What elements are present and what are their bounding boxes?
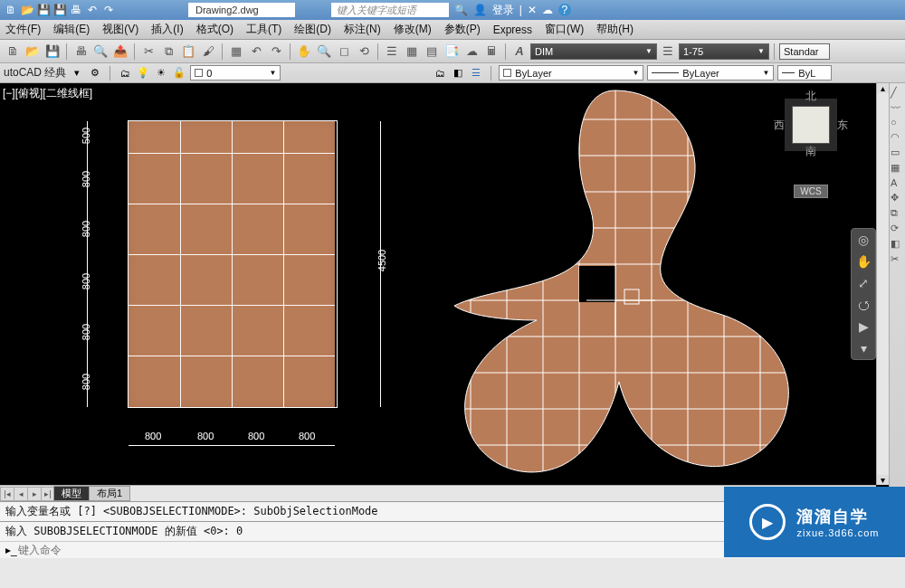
linetype-combo[interactable]: ByLayer ▼ bbox=[647, 65, 774, 81]
designcenter-icon[interactable]: ▦ bbox=[403, 43, 421, 61]
orbit-icon[interactable]: ⭯ bbox=[857, 298, 870, 312]
compass-w[interactable]: 西 bbox=[774, 118, 785, 133]
tab-layout1[interactable]: 布局1 bbox=[89, 486, 130, 501]
undo-icon[interactable]: ↶ bbox=[85, 3, 100, 17]
menu-express[interactable]: Express bbox=[493, 24, 532, 36]
undo-icon[interactable]: ↶ bbox=[247, 43, 265, 61]
print-icon[interactable]: 🖶 bbox=[69, 3, 83, 17]
dropdown-icon[interactable]: ▾ bbox=[70, 66, 84, 81]
menu-edit[interactable]: 编辑(E) bbox=[53, 22, 90, 37]
tab-prev-icon[interactable]: ◂ bbox=[14, 487, 28, 501]
bulb-icon[interactable]: 💡 bbox=[136, 66, 150, 81]
ucs-label[interactable]: WCS bbox=[794, 185, 827, 198]
compass-s[interactable]: 南 bbox=[766, 144, 856, 159]
scroll-up-icon[interactable]: ▴ bbox=[877, 83, 889, 93]
paste-icon[interactable]: 📋 bbox=[179, 43, 197, 61]
login-link[interactable]: 登录 bbox=[492, 3, 514, 18]
block-icon[interactable]: ▦ bbox=[227, 43, 245, 61]
menu-draw[interactable]: 绘图(D) bbox=[294, 22, 331, 37]
showmotion-icon[interactable]: ▶ bbox=[859, 319, 869, 334]
save-icon[interactable]: 💾 bbox=[43, 43, 62, 61]
save-icon[interactable]: 💾 bbox=[36, 3, 51, 17]
menu-dimension[interactable]: 标注(N) bbox=[344, 22, 381, 37]
zoom-prev-icon[interactable]: ⟲ bbox=[355, 43, 373, 61]
menu-tools[interactable]: 工具(T) bbox=[246, 22, 281, 37]
text-tool-icon[interactable]: A bbox=[891, 177, 904, 188]
print-icon[interactable]: 🖶 bbox=[71, 43, 90, 61]
publish-icon[interactable]: 📤 bbox=[111, 43, 129, 61]
rect-tool-icon[interactable]: ▭ bbox=[891, 147, 904, 158]
menu-modify[interactable]: 修改(M) bbox=[394, 22, 432, 37]
scale-combo[interactable]: 1-75 ▼ bbox=[679, 43, 769, 60]
pan-icon[interactable]: ✋ bbox=[856, 254, 872, 269]
polyline-tool-icon[interactable]: 〰 bbox=[891, 102, 904, 113]
layer-states-icon[interactable]: 🗂 bbox=[433, 66, 447, 81]
tab-model[interactable]: 模型 bbox=[53, 486, 90, 501]
lock-icon[interactable]: 🔓 bbox=[172, 66, 186, 81]
layer-combo[interactable]: 0 ▼ bbox=[190, 65, 281, 81]
viewport-label[interactable]: [−][俯视][二维线框] bbox=[3, 86, 92, 101]
zoom-icon[interactable]: 🔍 bbox=[315, 43, 333, 61]
user-icon[interactable]: 👤 bbox=[473, 4, 487, 16]
calc-icon[interactable]: 🖩 bbox=[482, 43, 500, 61]
mirror-tool-icon[interactable]: ◧ bbox=[891, 238, 904, 250]
hatch-tool-icon[interactable]: ▦ bbox=[891, 162, 904, 174]
color-combo[interactable]: ByLayer ▼ bbox=[499, 65, 643, 81]
tab-first-icon[interactable]: |◂ bbox=[0, 487, 14, 501]
help-search-input[interactable]: 键入关键字或短语 bbox=[331, 3, 449, 17]
copy-tool-icon[interactable]: ⧉ bbox=[891, 207, 904, 219]
arc-tool-icon[interactable]: ◠ bbox=[891, 131, 904, 143]
trim-tool-icon[interactable]: ✂ bbox=[891, 253, 904, 265]
menu-window[interactable]: 窗口(W) bbox=[545, 22, 584, 37]
compass-e[interactable]: 东 bbox=[837, 118, 848, 133]
viewcube-face[interactable] bbox=[792, 106, 830, 144]
menu-parametric[interactable]: 参数(P) bbox=[444, 22, 481, 37]
steering-wheel-icon[interactable]: ◎ bbox=[858, 232, 869, 247]
preview-icon[interactable]: 🔍 bbox=[91, 43, 110, 61]
tab-next-icon[interactable]: ▸ bbox=[27, 487, 42, 501]
menu-view[interactable]: 视图(V) bbox=[102, 22, 138, 37]
textstyle-icon[interactable]: A bbox=[510, 43, 529, 61]
exchange-icon[interactable]: ✕ bbox=[528, 4, 537, 16]
infocenter-icon[interactable]: 🔍 bbox=[454, 4, 468, 16]
nav-dropdown-icon[interactable]: ▾ bbox=[861, 341, 867, 356]
dim-style-combo[interactable]: DIM ▼ bbox=[530, 43, 657, 60]
rotate-tool-icon[interactable]: ⟳ bbox=[891, 223, 904, 234]
zoom-extents-icon[interactable]: ⤢ bbox=[858, 276, 869, 290]
sheet-set-icon[interactable]: 📑 bbox=[443, 43, 461, 61]
zoom-window-icon[interactable]: ◻ bbox=[335, 43, 353, 61]
tool-palettes-icon[interactable]: ▤ bbox=[423, 43, 441, 61]
pan-icon[interactable]: ✋ bbox=[295, 43, 313, 61]
new-icon[interactable]: 🗎 bbox=[4, 3, 18, 17]
menu-format[interactable]: 格式(O) bbox=[196, 22, 233, 37]
menu-help[interactable]: 帮助(H) bbox=[596, 22, 634, 37]
saveas-icon[interactable]: 💾 bbox=[52, 3, 67, 17]
lineweight-combo[interactable]: ByL bbox=[777, 65, 832, 81]
compass-n[interactable]: 北 bbox=[766, 89, 856, 104]
text-style-combo[interactable]: Standar bbox=[779, 43, 830, 60]
menu-insert[interactable]: 插入(I) bbox=[151, 22, 183, 37]
move-tool-icon[interactable]: ✥ bbox=[891, 192, 904, 204]
open-icon[interactable]: 📂 bbox=[24, 43, 42, 61]
drawing-canvas[interactable]: [−][俯视][二维线框] 500 800 800 800 800 800 45… bbox=[0, 83, 889, 501]
redo-icon[interactable]: ↷ bbox=[267, 43, 285, 61]
layer-manager-icon[interactable]: ☰ bbox=[469, 66, 483, 81]
vertical-scrollbar[interactable]: ▴ ▾ bbox=[876, 83, 889, 485]
markup-icon[interactable]: ☁ bbox=[462, 43, 481, 61]
copy-icon[interactable]: ⧉ bbox=[159, 43, 177, 61]
line-tool-icon[interactable]: ╱ bbox=[891, 87, 904, 99]
match-icon[interactable]: 🖌 bbox=[199, 43, 217, 61]
scroll-down-icon[interactable]: ▾ bbox=[877, 475, 889, 485]
open-icon[interactable]: 📂 bbox=[20, 3, 34, 17]
help-icon[interactable]: ? bbox=[558, 4, 571, 16]
props-icon[interactable]: ☰ bbox=[383, 43, 401, 61]
sun-icon[interactable]: ☀ bbox=[154, 66, 168, 81]
cloud-icon[interactable]: ☁ bbox=[542, 4, 553, 16]
gear-icon[interactable]: ⚙ bbox=[88, 66, 102, 81]
layer-iso-icon[interactable]: ◧ bbox=[451, 66, 465, 81]
dim-tool-icon[interactable]: ☰ bbox=[659, 43, 677, 61]
circle-tool-icon[interactable]: ○ bbox=[891, 117, 904, 128]
layer-props-icon[interactable]: 🗂 bbox=[118, 66, 132, 81]
view-cube[interactable]: 北 西 东 南 WCS bbox=[766, 89, 856, 198]
cut-icon[interactable]: ✂ bbox=[139, 43, 157, 61]
